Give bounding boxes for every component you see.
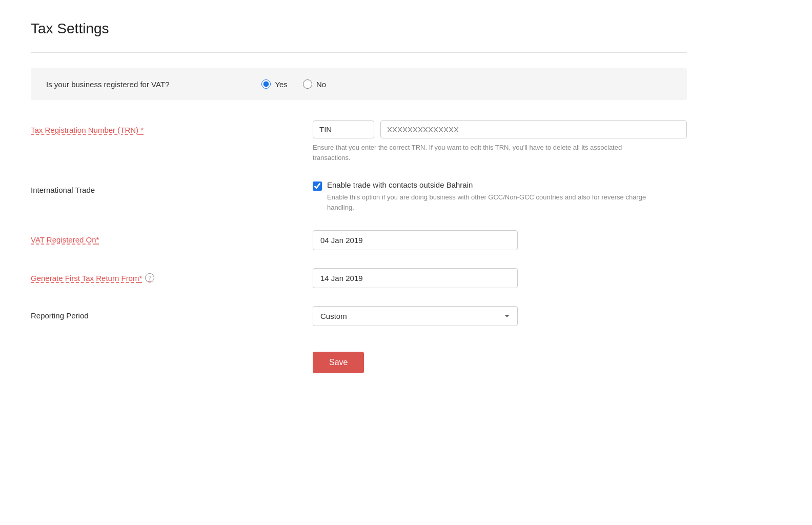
reporting-period-label: Reporting Period bbox=[31, 306, 313, 320]
international-trade-control: Enable trade with contacts outside Bahra… bbox=[313, 180, 687, 212]
vat-yes-label: Yes bbox=[275, 80, 287, 89]
generate-first-tax-return-label: Generate First Tax Return From* ? bbox=[31, 268, 313, 282]
vat-no-radio[interactable] bbox=[303, 79, 312, 89]
trn-hint: Ensure that you enter the correct TRN. I… bbox=[313, 143, 651, 163]
international-trade-row: International Trade Enable trade with co… bbox=[31, 180, 687, 212]
vat-registered-on-input[interactable] bbox=[313, 230, 518, 250]
trn-number-input[interactable] bbox=[380, 120, 687, 138]
vat-no-label: No bbox=[316, 80, 326, 89]
reporting-period-control: Monthly Quarterly Custom bbox=[313, 306, 687, 326]
save-section: Save bbox=[31, 352, 687, 373]
generate-first-tax-return-row: Generate First Tax Return From* ? bbox=[31, 268, 687, 288]
trn-control: TIN Ensure that you enter the correct TR… bbox=[313, 120, 687, 163]
trn-row: Tax Registration Number (TRN) * TIN Ensu… bbox=[31, 120, 687, 163]
international-trade-checkbox[interactable] bbox=[313, 181, 322, 191]
reporting-period-select[interactable]: Monthly Quarterly Custom bbox=[313, 306, 518, 326]
vat-no-option[interactable]: No bbox=[303, 79, 326, 89]
international-trade-label: International Trade bbox=[31, 180, 313, 194]
vat-registered-on-control bbox=[313, 230, 687, 250]
international-trade-content: Enable trade with contacts outside Bahra… bbox=[327, 180, 665, 212]
vat-question-label: Is your business registered for VAT? bbox=[46, 80, 169, 89]
trn-type-select[interactable]: TIN bbox=[313, 120, 374, 138]
international-trade-hint: Enable this option if you are doing busi… bbox=[327, 192, 665, 212]
vat-question-section: Is your business registered for VAT? Yes… bbox=[31, 68, 687, 100]
page-title: Tax Settings bbox=[31, 21, 687, 37]
trn-inputs: TIN bbox=[313, 120, 687, 138]
generate-first-tax-return-help-icon[interactable]: ? bbox=[145, 273, 154, 282]
save-button[interactable]: Save bbox=[313, 352, 364, 373]
international-trade-checkbox-label: Enable trade with contacts outside Bahra… bbox=[327, 180, 665, 189]
international-trade-checkbox-option: Enable trade with contacts outside Bahra… bbox=[313, 180, 687, 212]
vat-yes-radio[interactable] bbox=[261, 79, 271, 89]
vat-registered-on-label: VAT Registered On* bbox=[31, 230, 313, 244]
trn-label: Tax Registration Number (TRN) * bbox=[31, 120, 313, 134]
vat-yes-option[interactable]: Yes bbox=[261, 79, 287, 89]
reporting-period-row: Reporting Period Monthly Quarterly Custo… bbox=[31, 306, 687, 326]
generate-first-tax-return-input[interactable] bbox=[313, 268, 518, 288]
vat-registered-on-row: VAT Registered On* bbox=[31, 230, 687, 250]
generate-first-tax-return-control bbox=[313, 268, 687, 288]
vat-radio-group: Yes No bbox=[261, 79, 326, 89]
